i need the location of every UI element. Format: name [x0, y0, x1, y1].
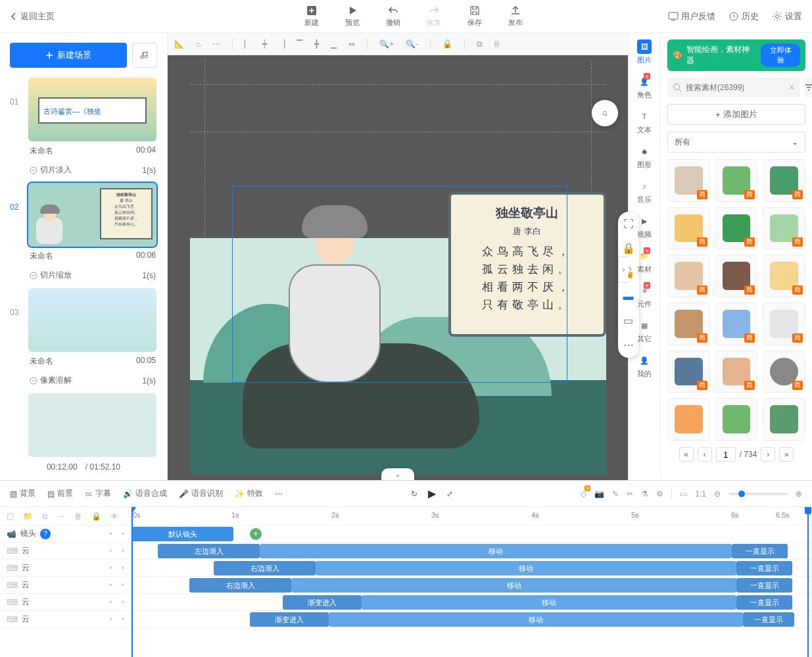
asset-item[interactable]: 商 [715, 303, 758, 345]
align-left-icon[interactable]: ▏ [245, 39, 251, 49]
scene-thumbnail[interactable]: 古诗鉴赏—《独坐 [28, 78, 156, 141]
asset-item[interactable]: 商 [763, 303, 805, 345]
paste-icon[interactable]: ⎘ [494, 39, 499, 49]
keyframe-icon[interactable]: ◇V [581, 489, 586, 499]
copy-icon[interactable]: ⧉ [477, 39, 483, 49]
timeline-tracks[interactable]: 0s 1s 2s 3s 4s 5s 6s 6.5s 默认镜头 + 左边渐入 移动… [131, 507, 812, 657]
loop-icon[interactable]: ↻ [411, 489, 418, 499]
align-top-icon[interactable]: ▔ [297, 39, 302, 49]
track-cloud[interactable]: ⌨云•• [0, 543, 131, 560]
asset-item[interactable]: 商 [763, 255, 805, 297]
fullscreen-icon[interactable]: ⤢ [446, 489, 453, 499]
tl-tab-fg[interactable]: ▤前景 [47, 488, 73, 499]
cat-shape[interactable]: ◆图形 [637, 144, 652, 170]
track-cloud[interactable]: ⌨云•• [0, 611, 131, 628]
more-vert-icon[interactable]: ⋯ [623, 339, 634, 351]
arrow-icon[interactable]: → [57, 512, 65, 521]
music-fab[interactable]: ♫ [592, 100, 618, 126]
tl-tab-subtitle[interactable]: ㏄字幕 [85, 488, 111, 499]
zoom-out-icon[interactable]: 🔍- [406, 39, 418, 49]
clip-always[interactable]: 一直显示 [736, 595, 792, 610]
publish-button[interactable]: 发布 [508, 5, 523, 28]
tl-tab-more[interactable]: ⋯ [275, 489, 283, 499]
clip-move[interactable]: 移动 [316, 561, 736, 575]
preview-button[interactable]: 预览 [345, 5, 360, 28]
clip-enter[interactable]: 右边渐入 [189, 578, 291, 593]
tl-tab-asr[interactable]: 🎤语音识别 [179, 488, 223, 499]
align-bottom-icon[interactable]: ▁ [331, 39, 337, 49]
lane[interactable]: 左边渐入 移动 一直显示 [131, 543, 812, 560]
save-button[interactable]: 保存 [467, 5, 482, 28]
edit-icon[interactable]: ✎ [612, 489, 619, 499]
expand-handle[interactable]: ⌄ [381, 468, 414, 480]
tablet-icon[interactable]: ▭ [623, 314, 633, 327]
tl-tab-bg[interactable]: ▧背景 [10, 488, 36, 499]
home-icon[interactable]: ⌂ [196, 39, 201, 49]
new-button[interactable]: 新建 [304, 5, 319, 28]
pager-prev[interactable]: ‹ [698, 447, 712, 462]
back-button[interactable]: 返回主页 [10, 11, 55, 22]
lane[interactable]: 右边渐入 移动 一直显示 [131, 560, 812, 577]
asset-item[interactable]: 商 [715, 255, 758, 297]
asset-item[interactable]: 商 [715, 351, 758, 393]
settings-button[interactable]: 设置 [772, 11, 802, 22]
clear-icon[interactable]: ✕ [788, 83, 795, 92]
duplicate-icon[interactable]: ⧉ [42, 512, 48, 521]
cat-component[interactable]: N✳元件 [637, 283, 652, 309]
category-select[interactable]: 所有 ⌄ [667, 132, 805, 153]
ruler-icon[interactable]: 📐 [174, 39, 184, 49]
device-icon[interactable]: ▬ [623, 291, 634, 303]
lane[interactable]: 渐变进入 移动 一直显示 [131, 611, 812, 628]
unlock-icon[interactable]: 🔓 [442, 39, 452, 49]
cat-text[interactable]: T文本 [637, 109, 652, 135]
asset-item[interactable]: 商 [667, 303, 710, 345]
playhead[interactable] [131, 507, 133, 657]
end-marker[interactable] [807, 507, 809, 657]
tl-tab-fx[interactable]: ✨特效 [235, 488, 263, 499]
asset-item[interactable] [667, 398, 710, 441]
scene-item-03[interactable]: 03 未命名00:05 像素溶解 1(s) [10, 288, 157, 390]
track-camera[interactable]: 📹 镜头 ? •• [0, 525, 131, 543]
asset-item[interactable]: 商 [667, 351, 710, 393]
clip-move[interactable]: 移动 [260, 544, 732, 558]
asset-item[interactable] [715, 398, 758, 441]
search-box[interactable]: ✕ [667, 78, 800, 97]
pager-last[interactable]: » [779, 447, 794, 462]
clip-move[interactable]: 移动 [329, 612, 743, 627]
cat-asset[interactable]: N📁素材 [637, 249, 652, 274]
clip-always[interactable]: 一直显示 [736, 561, 792, 575]
clip-move[interactable]: 移动 [291, 578, 736, 593]
distribute-h-icon[interactable]: ⇔ [348, 39, 355, 49]
add-image-button[interactable]: + 添加图片 [667, 104, 805, 125]
lane-camera[interactable]: 默认镜头 + [131, 525, 812, 543]
add-keyframe-icon[interactable]: + [250, 528, 262, 540]
lock-icon[interactable]: 🔒 [622, 242, 635, 255]
play-icon[interactable]: ▶ [428, 487, 436, 500]
scene-item-04[interactable] [10, 393, 157, 457]
add-layer-icon[interactable]: ▢ [7, 512, 14, 521]
scene-item-02[interactable]: 02 独坐敬亭山唐 李白众鸟高飞尽，孤云独去闲。相看两不厌，只有敬亭山。 未命名… [10, 183, 157, 285]
help-icon[interactable]: ? [40, 529, 51, 539]
camera-icon[interactable]: 📷 [594, 489, 604, 499]
undo-button[interactable]: 撤销 [386, 5, 400, 28]
more-icon[interactable]: ⋯ [212, 39, 220, 49]
filter-icon[interactable]: ⚗ [641, 489, 648, 499]
asset-item[interactable]: 商 [667, 255, 710, 297]
cat-other[interactable]: ▦其它 [637, 318, 652, 344]
zoom-slider[interactable] [728, 493, 788, 495]
clip-enter[interactable]: 左边渐入 [158, 544, 260, 558]
pager-first[interactable]: « [679, 447, 694, 462]
lock-icon[interactable]: 🔒 [91, 512, 101, 521]
clip-always[interactable]: 一直显示 [732, 544, 788, 558]
scene-thumbnail[interactable] [28, 288, 156, 352]
zoom-in-icon[interactable]: 🔍+ [379, 39, 394, 49]
asset-item[interactable]: 商 [763, 207, 805, 250]
trash-icon[interactable]: 🗑 [74, 512, 82, 521]
track-cloud[interactable]: ⌨云•• [0, 594, 131, 611]
clip-move[interactable]: 移动 [362, 595, 736, 610]
clip-default-camera[interactable]: 默认镜头 [131, 527, 233, 541]
gear-icon[interactable]: ⚙ [656, 489, 663, 499]
lane[interactable]: 右边渐入 移动 一直显示 [131, 577, 812, 594]
feedback-button[interactable]: 用户反馈 [668, 11, 715, 22]
clip-always[interactable]: 一直显示 [743, 612, 794, 627]
